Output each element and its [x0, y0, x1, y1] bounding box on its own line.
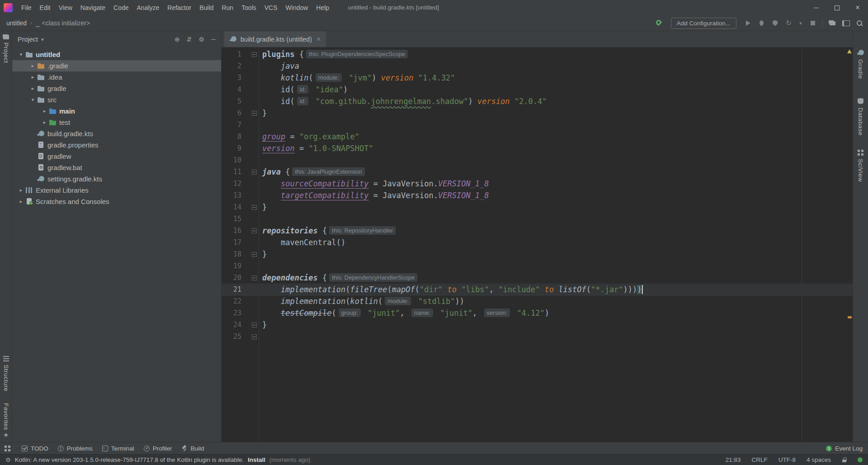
maximize-button[interactable]	[826, 0, 847, 15]
close-button[interactable]: ×	[847, 0, 868, 15]
code-line-25[interactable]: 25	[222, 331, 853, 342]
code-line-19[interactable]: 19	[222, 260, 853, 272]
code-line-4[interactable]: 4 id(id: "idea")	[222, 84, 853, 95]
tree-item-settings-gradle-kts[interactable]: settings.gradle.kts	[12, 173, 221, 185]
code-line-13[interactable]: 13 targetCompatibility = JavaVersion.VER…	[222, 190, 853, 201]
warning-stripe-mark[interactable]	[848, 316, 852, 318]
fold-start-icon[interactable]	[250, 166, 259, 178]
menu-refactor[interactable]: Refactor	[163, 2, 195, 13]
tab-build-gradle-kts[interactable]: build.gradle.kts (untitled) ×	[224, 31, 326, 47]
caret-position-widget[interactable]: 21:83	[726, 456, 741, 463]
tree-item-external-libraries[interactable]: ▸External Libraries	[12, 185, 221, 196]
code-line-5[interactable]: 5 id(id: "com.github.johnrengelman.shado…	[222, 95, 853, 107]
code-line-8[interactable]: 8group = "org.example"	[222, 131, 853, 142]
code-line-7[interactable]: 7	[222, 119, 853, 131]
menu-window[interactable]: Window	[282, 2, 312, 13]
toolwindow-switcher-icon[interactable]	[5, 446, 7, 448]
code-line-15[interactable]: 15	[222, 213, 853, 225]
chevron-right-icon[interactable]: ▸	[17, 199, 25, 204]
code-line-22[interactable]: 22 implementation(kotlin(module: "stdlib…	[222, 295, 853, 307]
menu-navigate[interactable]: Navigate	[76, 2, 109, 13]
fold-end-icon[interactable]	[250, 248, 259, 260]
tree-item-build-gradle-kts[interactable]: build.gradle.kts	[12, 128, 221, 139]
run-button[interactable]	[744, 19, 752, 27]
add-configuration-button[interactable]: Add Configuration...	[671, 18, 736, 29]
event-log-button[interactable]: Event Log	[826, 445, 863, 452]
coverage-button[interactable]	[771, 19, 779, 27]
fold-end-icon[interactable]	[250, 331, 259, 342]
install-link[interactable]: Install	[248, 456, 265, 463]
debug-button[interactable]	[758, 19, 765, 27]
code-line-10[interactable]: 10	[222, 154, 853, 166]
notification-gear-icon[interactable]: ⚙	[5, 456, 11, 463]
toolwindow-button-build[interactable]: Build	[177, 442, 209, 455]
code-line-11[interactable]: 11java {this: JavaPluginExtension	[222, 166, 853, 178]
toolwindow-tab-gradle[interactable]: Gradle	[853, 49, 868, 79]
code-line-2[interactable]: 2 java	[222, 60, 853, 72]
tree-item-scratches-and-consoles[interactable]: ▸Scratches and Consoles	[12, 196, 221, 207]
toolwindow-button-problems[interactable]: Problems	[53, 442, 97, 455]
toolwindows-icon[interactable]	[829, 19, 836, 27]
chevron-right-icon[interactable]: ▸	[28, 85, 37, 91]
code-line-21[interactable]: 21 implementation(fileTree(mapOf("dir" t…	[222, 284, 853, 295]
wrench-icon[interactable]	[656, 19, 663, 27]
menu-help[interactable]: Help	[312, 2, 333, 13]
line-separator-widget[interactable]: CRLF	[751, 456, 767, 463]
tree-item-untitled[interactable]: ▾untitled	[12, 49, 221, 60]
code-editor[interactable]: 1plugins {this: PluginDependenciesSpecSc…	[222, 47, 853, 442]
chevron-down-icon[interactable]: ▾	[41, 37, 44, 43]
tree-item-main[interactable]: ▸main	[12, 105, 221, 117]
hide-panel-icon[interactable]: ─	[211, 36, 216, 43]
tree-item-gradlew[interactable]: gradlew	[12, 151, 221, 162]
chevron-right-icon[interactable]: ▸	[40, 108, 49, 114]
breadcrumb-module[interactable]: untitled	[6, 19, 27, 27]
tree-item-src[interactable]: ▾src	[12, 94, 221, 105]
settings-gear-icon[interactable]: ⚙	[199, 36, 205, 43]
project-panel-title[interactable]: Project	[18, 36, 38, 43]
close-tab-icon[interactable]: ×	[316, 35, 321, 43]
inspections-warning-icon[interactable]	[847, 49, 852, 53]
menu-tools[interactable]: Tools	[237, 2, 260, 13]
tree-item-gradle-properties[interactable]: gradle.properties	[12, 139, 221, 151]
collapse-all-icon[interactable]: ⇵	[187, 36, 192, 43]
tree-item--gradle[interactable]: ▸.gradle	[12, 60, 221, 71]
toolwindow-tab-favorites[interactable]: Favorites	[0, 403, 12, 430]
locate-file-icon[interactable]: ⊕	[175, 36, 180, 43]
encoding-widget[interactable]: UTF-8	[778, 456, 796, 463]
tree-item--idea[interactable]: ▸.idea	[12, 71, 221, 83]
code-line-9[interactable]: 9version = "1.0-SNAPSHOT"	[222, 142, 853, 154]
code-line-23[interactable]: 23 testCompile(group: "junit", name: "ju…	[222, 307, 853, 319]
menu-code[interactable]: Code	[109, 2, 132, 13]
menu-run[interactable]: Run	[217, 2, 237, 13]
toolwindow-tab-project[interactable]: Project	[0, 35, 12, 63]
toolwindow-tab-structure[interactable]: Structure	[0, 356, 12, 391]
minimize-button[interactable]	[806, 0, 826, 15]
readonly-lock-icon[interactable]	[842, 457, 847, 463]
fold-end-icon[interactable]	[250, 201, 259, 213]
menu-file[interactable]: File	[17, 2, 36, 13]
code-line-1[interactable]: 1plugins {this: PluginDependenciesSpecSc…	[222, 48, 853, 60]
chevron-down-icon[interactable]: ▾	[17, 52, 25, 57]
tree-item-gradle[interactable]: ▸gradle	[12, 83, 221, 94]
breadcrumb-context[interactable]: <class initializer>	[42, 19, 90, 27]
code-line-14[interactable]: 14}	[222, 201, 853, 213]
code-line-24[interactable]: 24}	[222, 319, 853, 331]
fold-end-icon[interactable]	[250, 319, 259, 331]
menu-build[interactable]: Build	[195, 2, 217, 13]
menu-vcs[interactable]: VCS	[260, 2, 282, 13]
code-line-12[interactable]: 12 sourceCompatibility = JavaVersion.VER…	[222, 178, 853, 190]
stop-button[interactable]	[809, 19, 816, 27]
chevron-down-icon[interactable]: ▾	[28, 97, 37, 103]
chevron-right-icon[interactable]: ▸	[28, 63, 37, 69]
favorites-star-icon[interactable]: ★	[0, 432, 12, 438]
menu-analyze[interactable]: Analyze	[133, 2, 164, 13]
code-line-17[interactable]: 17 mavenCentral()	[222, 237, 853, 248]
code-line-18[interactable]: 18}	[222, 248, 853, 260]
rerun-button[interactable]: ↻	[785, 19, 793, 27]
toolwindow-button-profiler[interactable]: Profiler	[139, 442, 177, 455]
search-icon[interactable]	[856, 19, 863, 27]
indent-widget[interactable]: 4 spaces	[807, 456, 831, 463]
fold-start-icon[interactable]	[250, 48, 259, 60]
toolwindow-button-todo[interactable]: TODO	[17, 442, 53, 455]
fold-start-icon[interactable]	[250, 272, 259, 284]
